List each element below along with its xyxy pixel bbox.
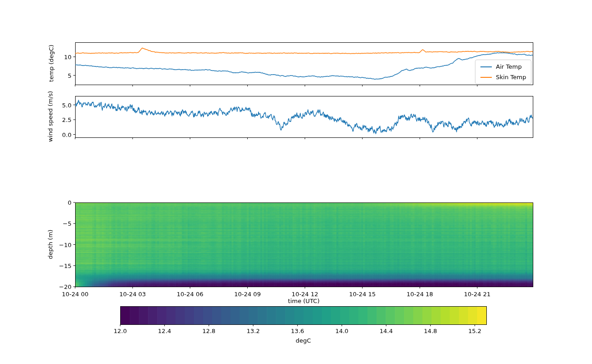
colorbar-tick-label: 14.4 <box>380 328 393 334</box>
skin-temp-line-swatch <box>480 77 492 78</box>
x-tick-label: 10-24 21 <box>464 291 490 298</box>
x-tick-label: 10-24 00 <box>62 291 88 298</box>
legend-entry-skin-temp: Skin Temp <box>480 74 526 81</box>
y-tick-label: 5.0 <box>62 101 71 108</box>
legend-label-skin-temp: Skin Temp <box>496 74 526 81</box>
wind-speed-line <box>75 100 533 134</box>
air-temp-line <box>75 53 533 80</box>
wind-axis-label: wind speed (m/s) <box>47 91 54 142</box>
colorbar-tick-label: 13.6 <box>291 328 304 334</box>
axes-frame-2 <box>76 203 533 287</box>
skin-temp-line <box>75 48 533 54</box>
y-tick-label: −5 <box>63 220 71 227</box>
x-tick-label: 10-24 18 <box>407 291 433 298</box>
y-tick-label: −20 <box>59 283 71 290</box>
plot-lines-layer <box>0 0 592 364</box>
colorbar-label: degC <box>296 337 311 344</box>
figure: temp (degC) wind speed (m/s) depth (m) t… <box>0 0 592 364</box>
y-tick-label: 0 <box>68 199 71 206</box>
x-tick-label: 10-24 06 <box>177 291 203 298</box>
colorbar-tick-label: 12.0 <box>114 328 127 334</box>
colorbar-tick-label: 12.4 <box>158 328 171 334</box>
legend-entry-air-temp: Air Temp <box>480 63 526 70</box>
y-tick-label: −15 <box>59 262 71 269</box>
air-temp-line-swatch <box>480 66 492 67</box>
colorbar-tick-label: 13.2 <box>247 328 260 334</box>
colorbar-tick-label: 14.8 <box>424 328 437 334</box>
y-tick-label: 10 <box>64 53 71 60</box>
y-tick-label: 2.5 <box>62 116 71 123</box>
legend: Air Temp Skin Temp <box>475 60 531 84</box>
colorbar-tick-label: 14.0 <box>335 328 348 334</box>
x-tick-label: 10-24 12 <box>291 291 318 298</box>
y-tick-label: −10 <box>59 241 71 248</box>
x-tick-label: 10-24 03 <box>119 291 146 298</box>
time-axis-label: time (UTC) <box>288 298 319 304</box>
colorbar-tick-label: 12.8 <box>202 328 215 334</box>
temp-axis-label: temp (degC) <box>48 45 55 82</box>
x-tick-label: 10-24 15 <box>349 291 376 298</box>
colorbar-tick-label: 15.2 <box>468 328 481 334</box>
axes-frame-1 <box>76 96 533 138</box>
y-tick-label: 0.0 <box>62 131 71 138</box>
legend-label-air-temp: Air Temp <box>496 63 522 70</box>
x-tick-label: 10-24 09 <box>234 291 260 298</box>
depth-axis-label: depth (m) <box>47 230 54 259</box>
y-tick-label: 5 <box>68 72 71 79</box>
